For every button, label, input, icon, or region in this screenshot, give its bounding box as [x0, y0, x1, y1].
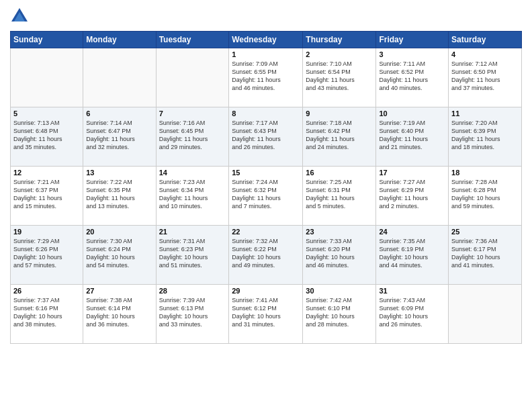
calendar-week-row: 19Sunrise: 7:29 AMSunset: 6:26 PMDayligh… [11, 226, 522, 285]
day-info: Sunrise: 7:41 AMSunset: 6:12 PMDaylight:… [232, 296, 300, 329]
day-number: 24 [379, 228, 445, 236]
calendar-day-cell [11, 48, 83, 107]
calendar-day-cell: 18Sunrise: 7:28 AMSunset: 6:28 PMDayligh… [449, 167, 522, 226]
day-number: 28 [159, 287, 226, 295]
day-number: 25 [451, 228, 519, 236]
calendar-day-cell: 11Sunrise: 7:20 AMSunset: 6:39 PMDayligh… [449, 107, 522, 167]
calendar-week-row: 5Sunrise: 7:13 AMSunset: 6:48 PMDaylight… [11, 107, 522, 167]
logo [10, 7, 32, 26]
calendar-day-cell: 21Sunrise: 7:31 AMSunset: 6:23 PMDayligh… [156, 226, 229, 285]
day-info: Sunrise: 7:22 AMSunset: 6:35 PMDaylight:… [86, 178, 152, 211]
calendar-day-cell: 1Sunrise: 7:09 AMSunset: 6:55 PMDaylight… [229, 48, 303, 107]
calendar-day-cell: 24Sunrise: 7:35 AMSunset: 6:19 PMDayligh… [376, 226, 449, 285]
col-friday: Friday [376, 32, 449, 48]
day-number: 7 [159, 109, 226, 118]
calendar-day-cell: 2Sunrise: 7:10 AMSunset: 6:54 PMDaylight… [303, 48, 376, 107]
calendar-day-cell: 14Sunrise: 7:23 AMSunset: 6:34 PMDayligh… [156, 167, 229, 226]
day-info: Sunrise: 7:43 AMSunset: 6:09 PMDaylight:… [379, 296, 445, 329]
calendar-day-cell: 6Sunrise: 7:14 AMSunset: 6:47 PMDaylight… [83, 107, 156, 167]
calendar-day-cell: 8Sunrise: 7:17 AMSunset: 6:43 PMDaylight… [229, 107, 303, 167]
day-number: 21 [159, 228, 226, 236]
calendar-day-cell: 15Sunrise: 7:24 AMSunset: 6:32 PMDayligh… [229, 167, 303, 226]
calendar-day-cell: 28Sunrise: 7:39 AMSunset: 6:13 PMDayligh… [156, 285, 229, 344]
calendar-day-cell: 17Sunrise: 7:27 AMSunset: 6:29 PMDayligh… [376, 167, 449, 226]
calendar-week-row: 12Sunrise: 7:21 AMSunset: 6:37 PMDayligh… [11, 167, 522, 226]
day-info: Sunrise: 7:23 AMSunset: 6:34 PMDaylight:… [159, 178, 226, 211]
day-info: Sunrise: 7:11 AMSunset: 6:52 PMDaylight:… [379, 60, 445, 93]
day-info: Sunrise: 7:30 AMSunset: 6:24 PMDaylight:… [86, 237, 152, 270]
day-number: 11 [451, 109, 519, 118]
day-number: 12 [13, 169, 80, 177]
day-info: Sunrise: 7:09 AMSunset: 6:55 PMDaylight:… [232, 60, 300, 93]
day-number: 4 [451, 50, 519, 58]
day-info: Sunrise: 7:39 AMSunset: 6:13 PMDaylight:… [159, 296, 226, 329]
calendar-day-cell [83, 48, 156, 107]
day-number: 5 [13, 109, 80, 118]
day-info: Sunrise: 7:28 AMSunset: 6:28 PMDaylight:… [451, 178, 519, 211]
day-number: 6 [86, 109, 152, 118]
day-number: 2 [306, 50, 373, 58]
day-info: Sunrise: 7:20 AMSunset: 6:39 PMDaylight:… [451, 119, 519, 152]
day-info: Sunrise: 7:35 AMSunset: 6:19 PMDaylight:… [379, 237, 445, 270]
day-number: 27 [86, 287, 152, 295]
calendar-day-cell: 22Sunrise: 7:32 AMSunset: 6:22 PMDayligh… [229, 226, 303, 285]
day-number: 14 [159, 169, 226, 177]
calendar-day-cell: 27Sunrise: 7:38 AMSunset: 6:14 PMDayligh… [83, 285, 156, 344]
day-info: Sunrise: 7:14 AMSunset: 6:47 PMDaylight:… [86, 119, 152, 152]
calendar-table: Sunday Monday Tuesday Wednesday Thursday… [10, 31, 522, 344]
calendar-day-cell: 31Sunrise: 7:43 AMSunset: 6:09 PMDayligh… [376, 285, 449, 344]
calendar-day-cell: 19Sunrise: 7:29 AMSunset: 6:26 PMDayligh… [11, 226, 83, 285]
calendar-day-cell: 30Sunrise: 7:42 AMSunset: 6:10 PMDayligh… [303, 285, 376, 344]
calendar-day-cell: 9Sunrise: 7:18 AMSunset: 6:42 PMDaylight… [303, 107, 376, 167]
day-info: Sunrise: 7:10 AMSunset: 6:54 PMDaylight:… [306, 60, 373, 93]
day-number: 13 [86, 169, 152, 177]
col-tuesday: Tuesday [156, 32, 229, 48]
calendar-day-cell: 4Sunrise: 7:12 AMSunset: 6:50 PMDaylight… [449, 48, 522, 107]
day-info: Sunrise: 7:32 AMSunset: 6:22 PMDaylight:… [232, 237, 300, 270]
calendar-day-cell: 13Sunrise: 7:22 AMSunset: 6:35 PMDayligh… [83, 167, 156, 226]
calendar-day-cell: 3Sunrise: 7:11 AMSunset: 6:52 PMDaylight… [376, 48, 449, 107]
day-info: Sunrise: 7:19 AMSunset: 6:40 PMDaylight:… [379, 119, 445, 152]
day-number: 17 [379, 169, 445, 177]
day-number: 16 [306, 169, 373, 177]
calendar-week-row: 26Sunrise: 7:37 AMSunset: 6:16 PMDayligh… [11, 285, 522, 344]
calendar-day-cell: 29Sunrise: 7:41 AMSunset: 6:12 PMDayligh… [229, 285, 303, 344]
col-thursday: Thursday [303, 32, 376, 48]
day-info: Sunrise: 7:12 AMSunset: 6:50 PMDaylight:… [451, 60, 519, 93]
day-info: Sunrise: 7:13 AMSunset: 6:48 PMDaylight:… [13, 119, 80, 152]
day-info: Sunrise: 7:27 AMSunset: 6:29 PMDaylight:… [379, 178, 445, 211]
day-number: 30 [306, 287, 373, 295]
calendar-day-cell: 25Sunrise: 7:36 AMSunset: 6:17 PMDayligh… [449, 226, 522, 285]
day-info: Sunrise: 7:36 AMSunset: 6:17 PMDaylight:… [451, 237, 519, 270]
col-wednesday: Wednesday [229, 32, 303, 48]
day-info: Sunrise: 7:38 AMSunset: 6:14 PMDaylight:… [86, 296, 152, 329]
calendar-day-cell: 7Sunrise: 7:16 AMSunset: 6:45 PMDaylight… [156, 107, 229, 167]
calendar-day-cell [156, 48, 229, 107]
day-info: Sunrise: 7:18 AMSunset: 6:42 PMDaylight:… [306, 119, 373, 152]
calendar-day-cell: 26Sunrise: 7:37 AMSunset: 6:16 PMDayligh… [11, 285, 83, 344]
col-saturday: Saturday [449, 32, 522, 48]
calendar-day-cell: 23Sunrise: 7:33 AMSunset: 6:20 PMDayligh… [303, 226, 376, 285]
logo-icon [10, 7, 29, 26]
day-number: 29 [232, 287, 300, 295]
calendar-day-cell: 16Sunrise: 7:25 AMSunset: 6:31 PMDayligh… [303, 167, 376, 226]
day-info: Sunrise: 7:37 AMSunset: 6:16 PMDaylight:… [13, 296, 80, 329]
day-number: 19 [13, 228, 80, 236]
day-number: 1 [232, 50, 300, 58]
day-number: 9 [306, 109, 373, 118]
day-number: 23 [306, 228, 373, 236]
day-info: Sunrise: 7:24 AMSunset: 6:32 PMDaylight:… [232, 178, 300, 211]
day-number: 26 [13, 287, 80, 295]
day-number: 22 [232, 228, 300, 236]
page: Sunday Monday Tuesday Wednesday Thursday… [0, 0, 532, 411]
col-sunday: Sunday [11, 32, 83, 48]
day-number: 3 [379, 50, 445, 58]
calendar-day-cell: 12Sunrise: 7:21 AMSunset: 6:37 PMDayligh… [11, 167, 83, 226]
day-number: 8 [232, 109, 300, 118]
day-info: Sunrise: 7:21 AMSunset: 6:37 PMDaylight:… [13, 178, 80, 211]
calendar-week-row: 1Sunrise: 7:09 AMSunset: 6:55 PMDaylight… [11, 48, 522, 107]
day-number: 20 [86, 228, 152, 236]
day-number: 15 [232, 169, 300, 177]
col-monday: Monday [83, 32, 156, 48]
calendar-day-cell [449, 285, 522, 344]
